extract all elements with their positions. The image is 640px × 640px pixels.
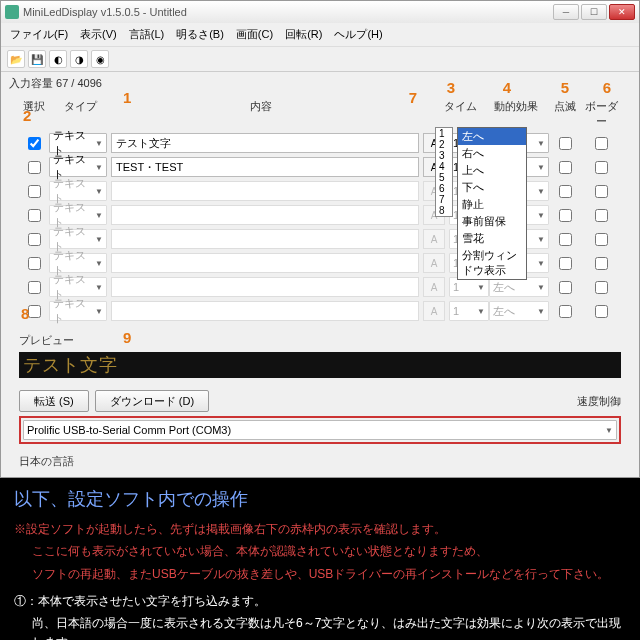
content-input[interactable] xyxy=(111,205,419,225)
hdr-type: タイプ xyxy=(49,99,111,129)
border-checkbox[interactable] xyxy=(595,209,608,222)
type-select[interactable]: テキスト▼ xyxy=(49,181,107,201)
a-button[interactable]: A xyxy=(423,253,445,273)
annot-6: 6 xyxy=(603,79,611,96)
type-select[interactable]: テキスト▼ xyxy=(49,157,107,177)
port-select[interactable]: Prolific USB-to-Serial Comm Port (COM3)▼ xyxy=(23,420,617,440)
effect-select[interactable]: 左へ▼ xyxy=(489,277,549,297)
row-select-checkbox[interactable] xyxy=(28,209,41,222)
maximize-button[interactable]: ☐ xyxy=(581,4,607,20)
minimize-button[interactable]: ─ xyxy=(553,4,579,20)
table-row: テキスト▼A1▼左へ▼ xyxy=(19,179,621,203)
annot-1: 1 xyxy=(123,89,131,106)
menu-rotate[interactable]: 回転(R) xyxy=(280,25,327,44)
content-input[interactable]: テスト文字 xyxy=(111,133,419,153)
annot-3: 3 xyxy=(447,79,455,96)
flash-checkbox[interactable] xyxy=(559,161,572,174)
row-select-checkbox[interactable] xyxy=(28,137,41,150)
effect-option[interactable]: 上へ xyxy=(458,162,526,179)
content-input[interactable] xyxy=(111,301,419,321)
row-select-checkbox[interactable] xyxy=(28,185,41,198)
effect-option[interactable]: 雪花 xyxy=(458,230,526,247)
flash-checkbox[interactable] xyxy=(559,281,572,294)
hdr-effect: 動的効果 xyxy=(483,99,549,129)
row-select-checkbox[interactable] xyxy=(28,281,41,294)
border-checkbox[interactable] xyxy=(595,137,608,150)
flash-checkbox[interactable] xyxy=(559,257,572,270)
type-select[interactable]: テキスト▼ xyxy=(49,229,107,249)
row-select-checkbox[interactable] xyxy=(28,257,41,270)
menu-bright[interactable]: 明るさ(B) xyxy=(171,25,229,44)
save-icon[interactable]: 💾 xyxy=(28,50,46,68)
effect-select[interactable]: 左へ▼ xyxy=(489,301,549,321)
effect-dropdown-list[interactable]: 左へ 右へ 上へ 下へ 静止 事前留保 雪花 分割ウィンドウ表示 xyxy=(457,127,527,280)
hdr-content: 内容 xyxy=(111,99,411,129)
tool-icon[interactable]: ◑ xyxy=(70,50,88,68)
menu-help[interactable]: ヘルプ(H) xyxy=(329,25,387,44)
content-input[interactable] xyxy=(111,253,419,273)
port-panel: Prolific USB-to-Serial Comm Port (COM3)▼ xyxy=(19,416,621,444)
a-button[interactable]: A xyxy=(423,229,445,249)
annot-4: 4 xyxy=(503,79,511,96)
table-row: テキスト▼テスト文字A1▼左へ▼ xyxy=(19,131,621,155)
menu-view[interactable]: 表示(V) xyxy=(75,25,122,44)
download-button[interactable]: ダウンロード (D) xyxy=(95,390,209,412)
annot-8: 8 xyxy=(21,305,29,322)
table-row: テキスト▼A1▼左へ▼ xyxy=(19,299,621,323)
time-dropdown-list[interactable]: 12345678 xyxy=(435,127,453,217)
flash-checkbox[interactable] xyxy=(559,137,572,150)
a-button[interactable]: A xyxy=(423,301,445,321)
time-select[interactable]: 1▼ xyxy=(449,277,489,297)
lang-label: 日本の言語 xyxy=(1,450,639,477)
border-checkbox[interactable] xyxy=(595,257,608,270)
border-checkbox[interactable] xyxy=(595,305,608,318)
app-icon xyxy=(5,5,19,19)
effect-option[interactable]: 分割ウィンドウ表示 xyxy=(458,247,526,279)
toolbar: 📂 💾 ◐ ◑ ◉ xyxy=(1,46,639,72)
tool-icon[interactable]: ◉ xyxy=(91,50,109,68)
border-checkbox[interactable] xyxy=(595,281,608,294)
menu-lang[interactable]: 言語(L) xyxy=(124,25,169,44)
effect-option[interactable]: 右へ xyxy=(458,145,526,162)
border-checkbox[interactable] xyxy=(595,233,608,246)
flash-checkbox[interactable] xyxy=(559,209,572,222)
effect-option[interactable]: 左へ xyxy=(458,128,526,145)
flash-checkbox[interactable] xyxy=(559,305,572,318)
send-button[interactable]: 転送 (S) xyxy=(19,390,89,412)
flash-checkbox[interactable] xyxy=(559,233,572,246)
row-select-checkbox[interactable] xyxy=(28,305,41,318)
effect-option[interactable]: 静止 xyxy=(458,196,526,213)
content-input[interactable] xyxy=(111,277,419,297)
open-icon[interactable]: 📂 xyxy=(7,50,25,68)
type-select[interactable]: テキスト▼ xyxy=(49,301,107,321)
hdr-flash: 点滅 xyxy=(549,99,581,129)
type-select[interactable]: テキスト▼ xyxy=(49,277,107,297)
content-input[interactable] xyxy=(111,181,419,201)
table-row: テキスト▼A1▼左へ▼ xyxy=(19,251,621,275)
menu-screen[interactable]: 画面(C) xyxy=(231,25,278,44)
annot-2: 2 xyxy=(23,107,31,124)
effect-option[interactable]: 事前留保 xyxy=(458,213,526,230)
table-row: テキスト▼A1▼左へ▼ xyxy=(19,275,621,299)
app-window: MiniLedDisplay v1.5.0.5 - Untitled ─ ☐ ✕… xyxy=(0,0,640,478)
row-select-checkbox[interactable] xyxy=(28,161,41,174)
border-checkbox[interactable] xyxy=(595,185,608,198)
a-button[interactable]: A xyxy=(423,277,445,297)
close-button[interactable]: ✕ xyxy=(609,4,635,20)
row-select-checkbox[interactable] xyxy=(28,233,41,246)
flash-checkbox[interactable] xyxy=(559,185,572,198)
time-select[interactable]: 1▼ xyxy=(449,301,489,321)
type-select[interactable]: テキスト▼ xyxy=(49,133,107,153)
table-row: テキスト▼TEST・TESTA1▼左へ▼ xyxy=(19,155,621,179)
content-input[interactable] xyxy=(111,229,419,249)
type-select[interactable]: テキスト▼ xyxy=(49,253,107,273)
border-checkbox[interactable] xyxy=(595,161,608,174)
menu-file[interactable]: ファイル(F) xyxy=(5,25,73,44)
preview-label: プレビュー xyxy=(1,331,639,350)
type-select[interactable]: テキスト▼ xyxy=(49,205,107,225)
preview-panel: テスト文字 xyxy=(19,352,621,378)
effect-option[interactable]: 下へ xyxy=(458,179,526,196)
tool-icon[interactable]: ◐ xyxy=(49,50,67,68)
content-input[interactable]: TEST・TEST xyxy=(111,157,419,177)
annot-7: 7 xyxy=(409,89,417,106)
